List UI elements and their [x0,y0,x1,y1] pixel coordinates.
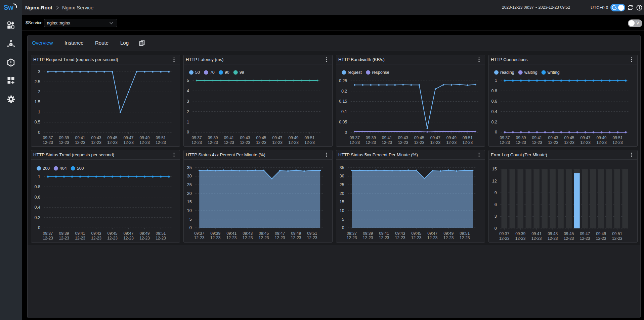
svg-text:50: 50 [195,70,200,75]
svg-text:15: 15 [187,200,192,204]
svg-text:12-23: 12-23 [515,236,526,241]
svg-text:12-23: 12-23 [291,235,301,240]
svg-text:12-23: 12-23 [460,235,470,240]
svg-text:12-23: 12-23 [395,235,405,240]
svg-text:09:41: 09:41 [532,136,542,140]
svg-text:1: 1 [187,120,189,124]
svg-text:12-23: 12-23 [43,140,53,145]
svg-text:30: 30 [187,174,192,178]
svg-text:12-23: 12-23 [275,235,285,240]
svg-text:09:47: 09:47 [430,136,440,140]
svg-text:0: 0 [342,225,344,230]
svg-text:2: 2 [187,109,189,114]
svg-text:waiting: waiting [524,70,538,75]
svg-text:0.4: 0.4 [35,205,40,210]
svg-text:09:39: 09:39 [515,231,525,236]
svg-text:12-23: 12-23 [75,236,85,241]
svg-text:12-23: 12-23 [208,140,218,145]
svg-text:09:37: 09:37 [500,136,510,140]
svg-text:09:39: 09:39 [59,231,69,236]
svg-text:12-23: 12-23 [564,236,574,241]
svg-text:2.5: 2.5 [35,79,40,84]
svg-text:09:45: 09:45 [107,136,117,140]
svg-text:09:37: 09:37 [43,231,53,236]
svg-text:12-23: 12-23 [443,235,454,240]
svg-text:0.05: 0.05 [339,120,347,124]
svg-text:09:41: 09:41 [531,231,542,236]
svg-text:3: 3 [495,214,497,219]
svg-text:09:43: 09:43 [398,136,408,140]
svg-text:12-23: 12-23 [349,140,360,145]
svg-text:12-23: 12-23 [75,140,85,145]
svg-text:0.8: 0.8 [35,184,40,189]
svg-text:6: 6 [495,202,497,207]
svg-text:4: 4 [187,89,189,93]
svg-text:0.2: 0.2 [341,89,347,94]
svg-text:09:39: 09:39 [363,231,373,236]
svg-text:70: 70 [210,70,215,75]
svg-text:1: 1 [495,78,497,83]
svg-text:09:39: 09:39 [516,136,526,140]
svg-text:09:37: 09:37 [194,231,204,236]
svg-text:09:49: 09:49 [139,231,149,236]
svg-text:0: 0 [187,130,189,135]
svg-text:0: 0 [189,225,192,230]
svg-text:09:49: 09:49 [443,231,454,236]
svg-text:12-23: 12-23 [156,236,166,241]
svg-text:12-23: 12-23 [123,236,134,241]
svg-text:12-23: 12-23 [516,140,526,145]
svg-text:09:51: 09:51 [460,231,470,236]
svg-text:reading: reading [500,70,514,75]
svg-text:0.5: 0.5 [35,120,40,124]
svg-text:12: 12 [492,179,497,183]
svg-text:5: 5 [187,78,189,83]
svg-text:0.15: 0.15 [339,99,347,104]
svg-text:12-23: 12-23 [548,236,558,241]
svg-text:12-23: 12-23 [363,235,373,240]
svg-text:09:51: 09:51 [307,231,317,236]
svg-text:12-23: 12-23 [224,140,234,145]
svg-text:12-23: 12-23 [240,140,250,145]
svg-text:09:39: 09:39 [208,136,218,140]
svg-text:09:37: 09:37 [191,136,202,140]
svg-text:09:49: 09:49 [596,136,606,140]
svg-text:3: 3 [187,99,189,104]
svg-text:9: 9 [495,191,497,195]
svg-text:09:39: 09:39 [59,136,69,140]
svg-text:09:47: 09:47 [272,136,282,140]
svg-text:09:39: 09:39 [210,231,220,236]
svg-text:12-23: 12-23 [580,140,591,145]
svg-text:writing: writing [547,70,560,75]
svg-text:0: 0 [38,225,40,230]
svg-text:12-23: 12-23 [43,236,53,241]
svg-text:12-23: 12-23 [580,236,590,241]
svg-text:12-23: 12-23 [548,140,558,145]
svg-text:500: 500 [77,166,84,171]
svg-text:12-23: 12-23 [243,235,253,240]
svg-text:09:41: 09:41 [226,231,237,236]
svg-text:09:45: 09:45 [256,136,266,140]
svg-text:0.4: 0.4 [491,109,497,114]
svg-text:12-23: 12-23 [194,235,205,240]
svg-text:12-23: 12-23 [462,140,473,145]
svg-text:404: 404 [60,166,67,171]
svg-text:12-23: 12-23 [531,236,542,241]
svg-text:12-23: 12-23 [596,236,606,241]
svg-text:0: 0 [495,130,497,135]
svg-text:3: 3 [38,69,40,74]
svg-text:12-23: 12-23 [347,235,357,240]
svg-text:09:51: 09:51 [156,231,166,236]
svg-text:12-23: 12-23 [411,235,422,240]
svg-text:12-23: 12-23 [564,140,574,145]
svg-text:25: 25 [340,182,344,187]
svg-text:12-23: 12-23 [304,140,315,145]
svg-text:12-23: 12-23 [532,140,542,145]
svg-text:12-23: 12-23 [446,140,457,145]
svg-text:12-23: 12-23 [156,140,166,145]
svg-text:1: 1 [38,174,40,179]
svg-text:09:37: 09:37 [499,231,509,236]
svg-text:12-23: 12-23 [612,140,623,145]
svg-text:10: 10 [340,208,344,213]
svg-text:request: request [348,70,362,75]
svg-text:09:51: 09:51 [304,136,314,140]
